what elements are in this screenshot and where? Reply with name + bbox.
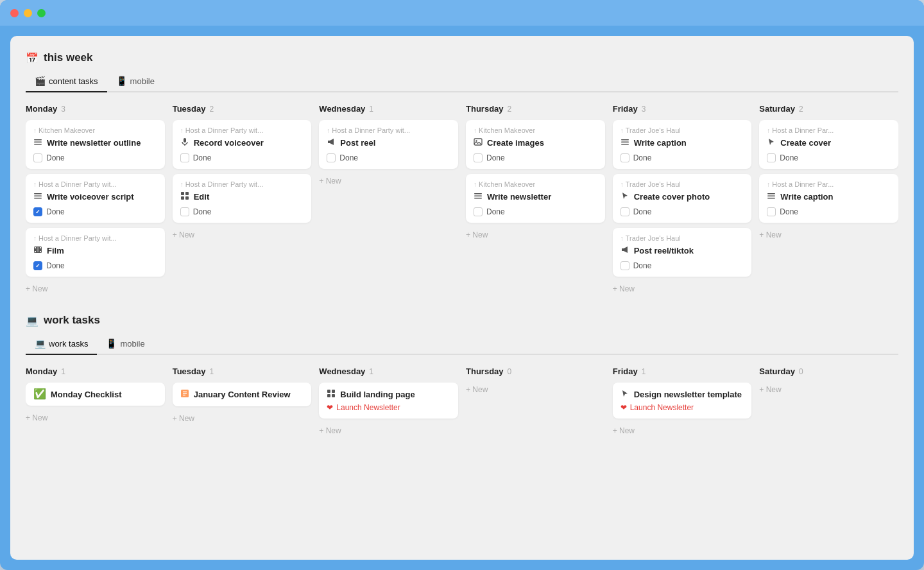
add-new-button[interactable]: + New <box>26 282 165 296</box>
done-checkbox[interactable] <box>620 261 629 270</box>
card-done-row[interactable]: Done <box>767 207 891 216</box>
card-done-row[interactable]: Done <box>33 153 157 162</box>
done-label: Done <box>46 207 65 216</box>
done-checkbox[interactable] <box>620 153 629 162</box>
done-checkbox[interactable] <box>620 207 629 216</box>
card-done-row[interactable]: Done <box>180 207 304 216</box>
close-button[interactable] <box>10 9 19 17</box>
card-task: Create cover <box>767 137 891 148</box>
card-done-row[interactable]: Done <box>327 153 450 162</box>
card-done-row[interactable]: Done <box>620 153 744 162</box>
card[interactable]: January Content Review <box>173 383 312 406</box>
card[interactable]: ↑Trader Joe's Haul Write caption Done <box>613 120 752 169</box>
card[interactable]: ✅ Monday Checklist <box>26 383 165 406</box>
card[interactable]: ↑Kitchen Makeover Write newsletter outli… <box>26 120 165 169</box>
column-monday: Monday1 ✅ Monday Checklist + New <box>26 367 165 438</box>
card-done-row[interactable]: Done <box>474 207 597 216</box>
add-new-button[interactable]: + New <box>466 383 605 397</box>
card-done-row[interactable]: Done <box>620 207 744 216</box>
column-thursday: Thursday0+ New <box>466 367 605 438</box>
section-header-work: 💻 work tasks <box>26 314 898 327</box>
svg-rect-1 <box>34 142 42 143</box>
svg-rect-22 <box>474 196 482 197</box>
task-icon <box>620 137 629 148</box>
card-task: Record voiceover <box>180 137 304 148</box>
card[interactable]: ↑Kitchen Makeover Write newsletter Done <box>466 174 605 223</box>
section-title-work: work tasks <box>44 314 100 327</box>
tab-work-mobile[interactable]: 📱 mobile <box>97 334 153 355</box>
card-done-row[interactable]: Done <box>180 153 304 162</box>
tab-work-tasks[interactable]: 💻 work tasks <box>26 334 97 355</box>
col-count: 0 <box>799 367 803 376</box>
add-new-button[interactable]: + New <box>319 174 458 188</box>
task-icon <box>767 137 776 148</box>
add-new-button[interactable]: + New <box>613 282 752 296</box>
svg-rect-26 <box>621 144 629 145</box>
card-done-row[interactable]: Done <box>33 207 157 216</box>
task-icon <box>180 137 189 148</box>
parent-arrow-icon: ↑ <box>620 235 624 242</box>
add-new-button[interactable]: + New <box>759 383 898 397</box>
done-checkbox[interactable] <box>33 261 42 270</box>
maximize-button[interactable] <box>37 9 46 17</box>
col-title: Wednesday <box>319 367 365 376</box>
card[interactable]: ↑Host a Dinner Party wit... Record voice… <box>173 120 312 169</box>
done-label: Done <box>780 207 798 216</box>
svg-rect-10 <box>40 251 41 252</box>
card[interactable]: Design newsletter template ❤Launch Newsl… <box>613 383 752 419</box>
done-checkbox[interactable] <box>33 153 42 162</box>
task-icon <box>327 137 336 148</box>
add-new-button[interactable]: + New <box>466 228 605 242</box>
task-label: Create images <box>487 138 544 148</box>
done-checkbox[interactable] <box>767 153 776 162</box>
done-label: Done <box>486 153 505 162</box>
card-task: Post reel/tiktok <box>620 245 744 256</box>
add-new-button[interactable]: + New <box>759 228 898 242</box>
done-checkbox[interactable] <box>33 207 42 216</box>
col-title: Wednesday <box>319 104 365 114</box>
card[interactable]: ↑Host a Dinner Party wit... Post reel Do… <box>319 120 458 169</box>
card[interactable]: ↑Host a Dinner Party wit... Edit Done <box>173 174 312 223</box>
card-done-row[interactable]: Done <box>767 153 891 162</box>
card-task: Build landing page <box>327 389 450 400</box>
card[interactable]: ↑Host a Dinner Party wit... Film Done <box>26 228 165 277</box>
col-header-wednesday: Wednesday1 <box>319 104 458 114</box>
done-checkbox[interactable] <box>474 207 483 216</box>
section-title-content: this week <box>44 51 93 64</box>
tab-mobile[interactable]: 📱 mobile <box>107 72 164 92</box>
add-new-button[interactable]: + New <box>613 424 752 438</box>
column-wednesday: Wednesday1↑Host a Dinner Party wit... Po… <box>319 104 458 296</box>
tabs-work: 💻 work tasks 📱 mobile <box>26 334 898 355</box>
card[interactable]: ↑Kitchen Makeover Create images Done <box>466 120 605 169</box>
svg-rect-5 <box>34 198 42 199</box>
card[interactable]: Build landing page ❤Launch Newsletter <box>319 383 458 419</box>
add-new-button[interactable]: + New <box>26 411 165 425</box>
card-done-row[interactable]: Done <box>474 153 597 162</box>
done-checkbox[interactable] <box>327 153 336 162</box>
done-checkbox[interactable] <box>180 153 189 162</box>
svg-rect-25 <box>621 142 629 143</box>
card-parent: ↑Host a Dinner Party wit... <box>33 234 157 242</box>
add-new-button[interactable]: + New <box>319 424 458 438</box>
card[interactable]: ↑Host a Dinner Par... Create cover Done <box>759 120 898 169</box>
add-new-button[interactable]: + New <box>173 411 312 426</box>
card-done-row[interactable]: Done <box>33 261 157 270</box>
card[interactable]: ↑Host a Dinner Par... Write caption Done <box>759 174 898 223</box>
card-done-row[interactable]: Done <box>620 261 744 270</box>
content-area: 📅 this week 🎬 content tasks 📱 mobile Mon… <box>10 36 914 560</box>
card[interactable]: ↑Trader Joe's Haul Create cover photo Do… <box>613 174 752 223</box>
add-new-button[interactable]: + New <box>173 228 312 242</box>
tag-label: Launch Newsletter <box>630 403 694 412</box>
col-title: Saturday <box>759 104 795 114</box>
task-icon <box>767 191 776 202</box>
minimize-button[interactable] <box>24 9 32 17</box>
card[interactable]: ↑Trader Joe's Haul Post reel/tiktok Done <box>613 228 752 277</box>
task-label: Design newsletter template <box>634 390 742 399</box>
done-checkbox[interactable] <box>180 207 189 216</box>
task-icon <box>180 191 189 202</box>
task-label: Write caption <box>634 138 687 148</box>
card[interactable]: ↑Host a Dinner Party wit... Write voiceo… <box>26 174 165 223</box>
tab-content-tasks[interactable]: 🎬 content tasks <box>26 72 107 92</box>
done-checkbox[interactable] <box>474 153 483 162</box>
done-checkbox[interactable] <box>767 207 776 216</box>
